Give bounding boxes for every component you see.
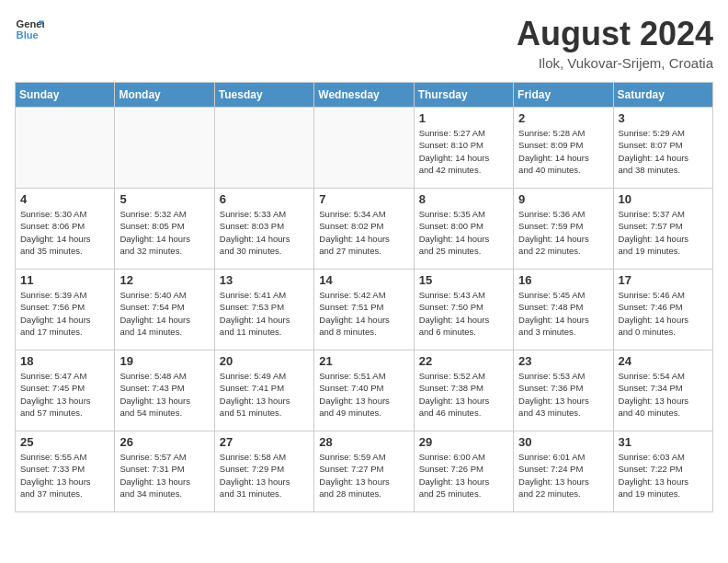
calendar-cell: 31Sunrise: 6:03 AM Sunset: 7:22 PM Dayli…	[613, 431, 712, 512]
calendar-cell: 14Sunrise: 5:42 AM Sunset: 7:51 PM Dayli…	[314, 270, 414, 350]
calendar-cell: 16Sunrise: 5:45 AM Sunset: 7:48 PM Dayli…	[514, 270, 613, 350]
day-number: 26	[119, 435, 209, 449]
day-info: Sunrise: 5:49 AM Sunset: 7:41 PM Dayligh…	[220, 370, 309, 419]
weekday-label: Tuesday	[214, 83, 313, 108]
day-number: 28	[319, 435, 408, 449]
day-number: 6	[220, 192, 309, 206]
calendar-cell: 20Sunrise: 5:49 AM Sunset: 7:41 PM Dayli…	[214, 350, 313, 431]
day-info: Sunrise: 5:55 AM Sunset: 7:33 PM Dayligh…	[20, 451, 109, 500]
day-info: Sunrise: 5:40 AM Sunset: 7:54 PM Dayligh…	[119, 289, 209, 338]
calendar-cell: 12Sunrise: 5:40 AM Sunset: 7:54 PM Dayli…	[115, 270, 214, 350]
calendar-cell: 17Sunrise: 5:46 AM Sunset: 7:46 PM Dayli…	[613, 270, 712, 350]
calendar-cell: 1Sunrise: 5:27 AM Sunset: 8:10 PM Daylig…	[414, 108, 513, 189]
calendar-cell: 5Sunrise: 5:32 AM Sunset: 8:05 PM Daylig…	[115, 189, 214, 270]
day-info: Sunrise: 5:43 AM Sunset: 7:50 PM Dayligh…	[419, 289, 508, 338]
day-number: 17	[619, 273, 708, 287]
day-info: Sunrise: 5:47 AM Sunset: 7:45 PM Dayligh…	[20, 370, 109, 419]
calendar-cell: 27Sunrise: 5:58 AM Sunset: 7:29 PM Dayli…	[214, 431, 313, 512]
calendar-week-row: 18Sunrise: 5:47 AM Sunset: 7:45 PM Dayli…	[16, 350, 713, 431]
day-number: 13	[220, 273, 309, 287]
day-info: Sunrise: 5:27 AM Sunset: 8:10 PM Dayligh…	[419, 127, 508, 176]
weekday-label: Saturday	[613, 83, 712, 108]
day-info: Sunrise: 5:36 AM Sunset: 7:59 PM Dayligh…	[518, 208, 608, 257]
day-number: 27	[220, 435, 309, 449]
calendar-body: 1Sunrise: 5:27 AM Sunset: 8:10 PM Daylig…	[16, 108, 713, 512]
calendar-cell: 21Sunrise: 5:51 AM Sunset: 7:40 PM Dayli…	[314, 350, 414, 431]
day-info: Sunrise: 5:32 AM Sunset: 8:05 PM Dayligh…	[119, 208, 209, 257]
day-number: 16	[518, 273, 608, 287]
title-block: August 2024 Ilok, Vukovar-Srijem, Croati…	[517, 15, 713, 71]
calendar-cell: 25Sunrise: 5:55 AM Sunset: 7:33 PM Dayli…	[16, 431, 115, 512]
weekday-label: Wednesday	[314, 83, 414, 108]
day-info: Sunrise: 5:57 AM Sunset: 7:31 PM Dayligh…	[119, 451, 209, 500]
day-number: 1	[419, 111, 508, 125]
weekday-label: Monday	[115, 83, 214, 108]
calendar-cell: 2Sunrise: 5:28 AM Sunset: 8:09 PM Daylig…	[514, 108, 613, 189]
calendar-cell	[214, 108, 313, 189]
weekday-header-row: SundayMondayTuesdayWednesdayThursdayFrid…	[16, 83, 713, 108]
day-info: Sunrise: 5:41 AM Sunset: 7:53 PM Dayligh…	[220, 289, 309, 338]
day-info: Sunrise: 5:45 AM Sunset: 7:48 PM Dayligh…	[518, 289, 608, 338]
calendar-cell: 18Sunrise: 5:47 AM Sunset: 7:45 PM Dayli…	[16, 350, 115, 431]
calendar-cell: 10Sunrise: 5:37 AM Sunset: 7:57 PM Dayli…	[613, 189, 712, 270]
day-info: Sunrise: 5:33 AM Sunset: 8:03 PM Dayligh…	[220, 208, 309, 257]
day-info: Sunrise: 5:42 AM Sunset: 7:51 PM Dayligh…	[319, 289, 408, 338]
calendar-cell: 24Sunrise: 5:54 AM Sunset: 7:34 PM Dayli…	[613, 350, 712, 431]
day-info: Sunrise: 5:48 AM Sunset: 7:43 PM Dayligh…	[119, 370, 209, 419]
svg-text:Blue: Blue	[17, 29, 39, 40]
calendar-cell: 23Sunrise: 5:53 AM Sunset: 7:36 PM Dayli…	[514, 350, 613, 431]
day-info: Sunrise: 5:46 AM Sunset: 7:46 PM Dayligh…	[619, 289, 708, 338]
calendar-cell: 22Sunrise: 5:52 AM Sunset: 7:38 PM Dayli…	[414, 350, 513, 431]
day-number: 19	[119, 354, 209, 368]
location: Ilok, Vukovar-Srijem, Croatia	[517, 55, 713, 71]
day-info: Sunrise: 5:28 AM Sunset: 8:09 PM Dayligh…	[518, 127, 608, 176]
day-info: Sunrise: 5:53 AM Sunset: 7:36 PM Dayligh…	[518, 370, 608, 419]
day-number: 14	[319, 273, 408, 287]
day-info: Sunrise: 5:59 AM Sunset: 7:27 PM Dayligh…	[319, 451, 408, 500]
calendar-cell: 6Sunrise: 5:33 AM Sunset: 8:03 PM Daylig…	[214, 189, 313, 270]
calendar-cell: 19Sunrise: 5:48 AM Sunset: 7:43 PM Dayli…	[115, 350, 214, 431]
calendar-cell	[16, 108, 115, 189]
month-title: August 2024	[517, 15, 713, 53]
day-info: Sunrise: 6:01 AM Sunset: 7:24 PM Dayligh…	[518, 451, 608, 500]
day-number: 11	[20, 273, 109, 287]
day-info: Sunrise: 6:00 AM Sunset: 7:26 PM Dayligh…	[419, 451, 508, 500]
calendar-cell: 4Sunrise: 5:30 AM Sunset: 8:06 PM Daylig…	[16, 189, 115, 270]
calendar-week-row: 1Sunrise: 5:27 AM Sunset: 8:10 PM Daylig…	[16, 108, 713, 189]
day-info: Sunrise: 5:52 AM Sunset: 7:38 PM Dayligh…	[419, 370, 508, 419]
calendar-cell: 3Sunrise: 5:29 AM Sunset: 8:07 PM Daylig…	[613, 108, 712, 189]
calendar-table: SundayMondayTuesdayWednesdayThursdayFrid…	[15, 82, 713, 512]
weekday-label: Thursday	[414, 83, 513, 108]
day-number: 10	[619, 192, 708, 206]
svg-text:General: General	[17, 18, 44, 29]
day-number: 12	[119, 273, 209, 287]
calendar-cell: 29Sunrise: 6:00 AM Sunset: 7:26 PM Dayli…	[414, 431, 513, 512]
day-info: Sunrise: 6:03 AM Sunset: 7:22 PM Dayligh…	[619, 451, 708, 500]
day-info: Sunrise: 5:35 AM Sunset: 8:00 PM Dayligh…	[419, 208, 508, 257]
calendar-cell: 11Sunrise: 5:39 AM Sunset: 7:56 PM Dayli…	[16, 270, 115, 350]
day-info: Sunrise: 5:58 AM Sunset: 7:29 PM Dayligh…	[220, 451, 309, 500]
calendar-week-row: 25Sunrise: 5:55 AM Sunset: 7:33 PM Dayli…	[16, 431, 713, 512]
page-header: General Blue August 2024 Ilok, Vukovar-S…	[15, 15, 713, 71]
calendar-cell: 30Sunrise: 6:01 AM Sunset: 7:24 PM Dayli…	[514, 431, 613, 512]
day-number: 2	[518, 111, 608, 125]
day-number: 30	[518, 435, 608, 449]
day-number: 7	[319, 192, 408, 206]
day-number: 9	[518, 192, 608, 206]
weekday-label: Friday	[514, 83, 613, 108]
logo: General Blue	[15, 15, 44, 44]
calendar-cell	[115, 108, 214, 189]
day-number: 18	[20, 354, 109, 368]
day-info: Sunrise: 5:51 AM Sunset: 7:40 PM Dayligh…	[319, 370, 408, 419]
day-number: 8	[419, 192, 508, 206]
calendar-cell: 26Sunrise: 5:57 AM Sunset: 7:31 PM Dayli…	[115, 431, 214, 512]
day-number: 20	[220, 354, 309, 368]
day-number: 5	[119, 192, 209, 206]
calendar-cell: 28Sunrise: 5:59 AM Sunset: 7:27 PM Dayli…	[314, 431, 414, 512]
day-number: 24	[619, 354, 708, 368]
calendar-cell	[314, 108, 414, 189]
calendar-week-row: 4Sunrise: 5:30 AM Sunset: 8:06 PM Daylig…	[16, 189, 713, 270]
day-number: 29	[419, 435, 508, 449]
day-number: 23	[518, 354, 608, 368]
day-info: Sunrise: 5:39 AM Sunset: 7:56 PM Dayligh…	[20, 289, 109, 338]
